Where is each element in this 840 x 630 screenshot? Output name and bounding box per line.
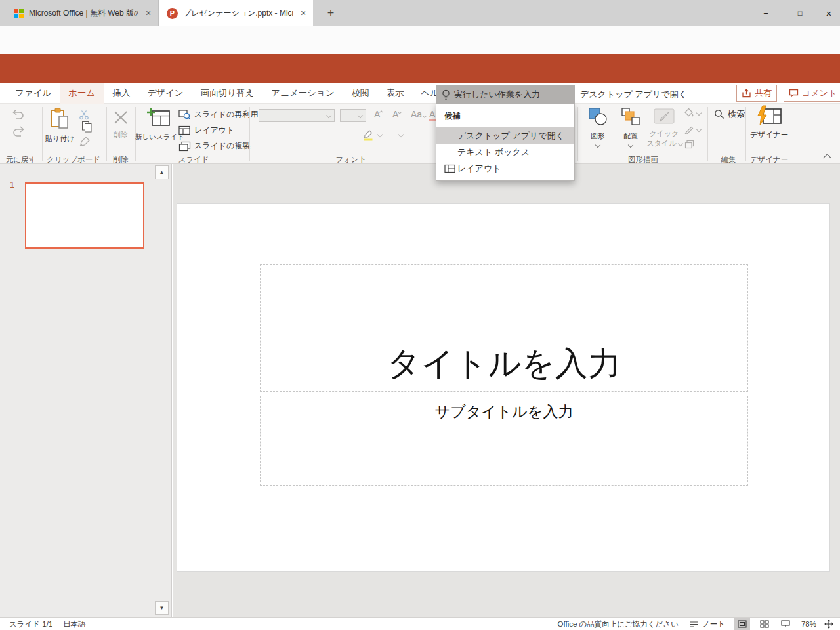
menu-item-label: テキスト ボックス — [457, 146, 530, 158]
collapse-ribbon-chevron[interactable] — [823, 154, 831, 162]
undo-button[interactable] — [10, 109, 26, 119]
delete-button[interactable] — [112, 109, 129, 126]
delete-group-label: 削除 — [106, 155, 135, 165]
duplicate-slide-button[interactable]: スライドの複製 — [178, 140, 250, 152]
cut-button[interactable] — [79, 110, 89, 120]
tab-review[interactable]: 校閲 — [343, 83, 378, 104]
designer-button-label: デザイナー — [748, 130, 790, 140]
quick-styles-caret — [678, 141, 683, 146]
tab-home[interactable]: ホーム — [60, 83, 104, 104]
layout-button[interactable]: レイアウト — [178, 125, 234, 136]
shapes-caret — [595, 142, 600, 148]
status-bar: スライド 1/1 日本語 Office の品質向上にご協力ください ノート 78… — [0, 617, 840, 630]
normal-view-button[interactable] — [734, 618, 750, 630]
find-icon — [714, 109, 724, 119]
tab-transitions[interactable]: 画面切り替え — [192, 83, 263, 104]
decrease-font-button[interactable]: A — [392, 109, 401, 119]
copy-button[interactable] — [81, 121, 93, 133]
thumbnails-scroll-down-button[interactable]: ▼ — [155, 601, 169, 615]
ribbon-tabs: ファイル ホーム 挿入 デザイン 画面切り替え アニメーション 校閲 表示 ヘル… — [7, 83, 457, 104]
tab-file[interactable]: ファイル — [7, 83, 60, 104]
open-in-desktop-app-button[interactable]: デスクトップ アプリで開く — [580, 89, 687, 100]
menu-item-label: レイアウト — [457, 163, 501, 175]
duplicate-slide-label: スライドの複製 — [194, 140, 250, 152]
redo-button[interactable] — [10, 126, 26, 136]
share-button[interactable]: 共有 — [736, 85, 777, 102]
font-size-select[interactable] — [340, 109, 366, 122]
group-separator — [249, 107, 250, 161]
comment-icon — [789, 89, 799, 98]
designer-button[interactable] — [755, 105, 782, 127]
highlight-caret[interactable] — [377, 132, 383, 137]
highlight-color-button[interactable] — [362, 129, 374, 141]
shape-outline-caret — [696, 127, 702, 132]
layout-menu-icon — [442, 164, 457, 173]
feedback-link[interactable]: Office の品質向上にご協力ください — [558, 620, 679, 629]
shape-outline-button[interactable] — [684, 124, 694, 134]
font-color-caret[interactable] — [398, 132, 404, 137]
lightbulb-icon — [442, 89, 450, 100]
window-minimize-button[interactable]: − — [756, 4, 776, 22]
tab-title: プレゼンテーション.pptx - Microsoft — [183, 8, 293, 19]
menu-item-open-desktop-app[interactable]: デスクトップ アプリで開く — [436, 127, 574, 144]
quick-styles-button[interactable] — [650, 106, 679, 126]
menu-item-layout[interactable]: レイアウト — [436, 160, 574, 177]
reuse-slides-label: スライドの再利用 — [194, 109, 258, 120]
group-separator — [707, 107, 708, 161]
reuse-slides-button[interactable]: スライドの再利用 — [178, 109, 258, 120]
slide-1-thumbnail[interactable] — [25, 182, 144, 249]
group-separator — [791, 107, 791, 161]
shapes-button[interactable] — [588, 107, 608, 126]
zoom-level-button[interactable]: 78% — [801, 620, 816, 628]
font-name-select[interactable] — [259, 109, 335, 122]
tab-title: Microsoft Office | 無料 Web 版の — [29, 8, 138, 19]
thumbnails-scroll-up-button[interactable]: ▲ — [155, 165, 169, 179]
increase-font-button[interactable]: A — [374, 109, 383, 119]
slide-sorter-view-button[interactable] — [757, 618, 772, 630]
slide-counter: スライド 1/1 — [9, 620, 52, 629]
powerpoint-favicon: P — [167, 8, 178, 19]
new-tab-button[interactable]: + — [323, 5, 339, 21]
notes-button[interactable]: ノート — [702, 620, 725, 629]
close-tab-icon[interactable]: × — [297, 7, 309, 19]
tab-design[interactable]: デザイン — [138, 83, 192, 104]
arrange-button[interactable] — [621, 107, 640, 126]
comments-button[interactable]: コメント — [784, 85, 840, 102]
reuse-slides-icon — [178, 109, 191, 120]
tab-insert[interactable]: 挿入 — [104, 83, 138, 104]
change-case-button[interactable]: Aa — [411, 109, 426, 119]
designer-group-label: デザイナー — [748, 155, 790, 165]
tab-view[interactable]: 表示 — [378, 83, 413, 104]
powerpoint-header: PowerPoint OneDrive プレゼン… - OneDrive に保存… — [0, 54, 840, 83]
subtitle-placeholder[interactable]: サブタイトルを入力 — [260, 396, 748, 486]
tell-me-search-input[interactable]: 実行したい作業を入力 — [436, 85, 575, 104]
window-close-button[interactable]: × — [819, 4, 839, 22]
tab-animations[interactable]: アニメーション — [262, 83, 343, 104]
close-tab-icon[interactable]: × — [142, 7, 154, 19]
menu-item-label: デスクトップ アプリで開く — [457, 130, 564, 142]
find-button[interactable]: 検索 — [714, 108, 745, 120]
language-button[interactable]: 日本語 — [63, 620, 86, 629]
new-slide-button[interactable] — [146, 107, 171, 128]
menu-item-text-box[interactable]: テキスト ボックス — [436, 144, 574, 160]
ribbon-tab-row: ファイル ホーム 挿入 デザイン 画面切り替え アニメーション 校閲 表示 ヘル… — [0, 83, 840, 104]
title-placeholder[interactable]: タイトルを入力 — [260, 264, 748, 392]
format-painter-button[interactable] — [79, 136, 90, 147]
browser-tab-presentation[interactable]: P プレゼンテーション.pptx - Microsoft × — [159, 0, 313, 26]
browser-tab-office-home[interactable]: Microsoft Office | 無料 Web 版の × — [7, 0, 159, 26]
suggestions-header: 候補 — [436, 104, 574, 127]
arrange-caret — [628, 142, 633, 148]
slideshow-view-button[interactable] — [778, 618, 793, 630]
drawing-group-label: 図形描画 — [614, 155, 673, 165]
window-maximize-button[interactable]: □ — [790, 4, 810, 22]
shapes-label: 図形 — [581, 131, 614, 141]
group-separator — [578, 107, 578, 161]
group-separator — [746, 107, 746, 161]
shape-duplicate-button[interactable] — [684, 140, 694, 149]
paste-button[interactable] — [50, 108, 70, 130]
fit-slide-to-window-button[interactable] — [824, 620, 833, 629]
slides-group-label: スライド — [164, 155, 223, 165]
shape-fill-button[interactable] — [684, 108, 694, 117]
quick-styles-label-2: スタイル — [646, 138, 677, 148]
comments-label: コメント — [802, 87, 837, 99]
